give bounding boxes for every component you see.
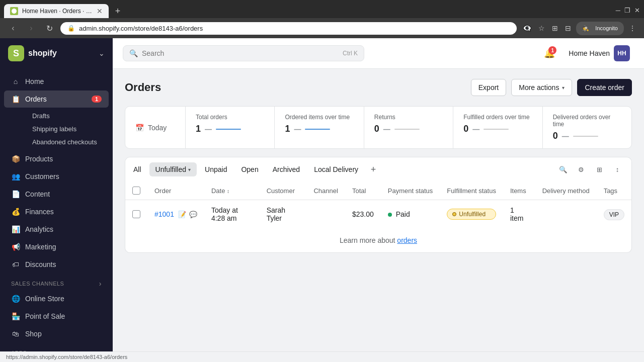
order-date: Today at 4:28 am <box>204 200 260 229</box>
sidebar-item-products[interactable]: 📦 Products <box>4 150 109 167</box>
create-order-button[interactable]: Create order <box>577 79 632 96</box>
sidebar-item-home[interactable]: ⌂ Home <box>4 73 109 90</box>
calendar-icon: 📅 <box>135 124 144 132</box>
address-bar[interactable]: 🔒 admin.shopify.com/store/de8143-a6/orde… <box>60 22 517 35</box>
more-actions-label: More actions <box>519 83 559 92</box>
more-actions-button[interactable]: More actions ▾ <box>511 79 572 96</box>
delivered-orders-value: 0 — <box>553 131 621 141</box>
eye-slash-icon[interactable]: 👁‍🗨 <box>521 22 533 34</box>
filter-tab-all[interactable]: All <box>127 162 147 176</box>
back-button[interactable]: ‹ <box>6 21 20 35</box>
stats-row: 📅 Today Total orders 1 — Ordered items o… <box>125 106 632 149</box>
ordered-items-label: Ordered items over time <box>285 114 353 121</box>
orders-icon: 📋 <box>11 95 20 104</box>
filter-unfulfilled-chevron-icon: ▾ <box>188 167 191 172</box>
filter-options-button[interactable]: ⚙ <box>573 161 589 177</box>
columns-button[interactable]: ⊞ <box>591 161 607 177</box>
search-filter-button[interactable]: 🔍 <box>555 161 571 177</box>
table-header-row: Order Date ↕ Customer Channel Total Paym… <box>125 182 631 200</box>
col-delivery-method: Delivery method <box>535 182 597 200</box>
store-name: Home Haven <box>569 49 610 57</box>
shopify-logo[interactable]: S shopify <box>8 45 57 61</box>
content-icon: 📄 <box>11 190 20 199</box>
close-window-button[interactable]: ✕ <box>634 7 640 14</box>
learn-more-text: Learn more about <box>340 236 397 244</box>
select-all-checkbox[interactable] <box>132 187 140 195</box>
chrome-menu-icon[interactable]: ⋮ <box>627 22 638 34</box>
filter-tab-archived[interactable]: Archived <box>267 162 306 176</box>
total-orders-sparkline <box>216 129 241 130</box>
order-tags: VIP <box>597 200 631 229</box>
sidebar-toggle-button[interactable]: ⌄ <box>99 49 105 57</box>
sidebar-item-finances-label: Finances <box>25 208 54 216</box>
split-view-icon[interactable]: ⊟ <box>563 22 573 34</box>
orders-badge: 1 <box>92 96 102 103</box>
pos-icon: 🏪 <box>11 312 20 321</box>
sidebar-item-shop-label: Shop <box>25 330 42 338</box>
customers-icon: 👥 <box>11 172 20 181</box>
filter-tab-unfulfilled[interactable]: Unfulfilled ▾ <box>149 162 197 176</box>
tag-vip: VIP <box>604 209 624 220</box>
tab-close-button[interactable]: ✕ <box>97 7 103 15</box>
home-icon: ⌂ <box>11 77 20 86</box>
order-number-link[interactable]: #1001 <box>154 210 174 218</box>
url-text: admin.shopify.com/store/de8143-a6/orders <box>79 25 203 32</box>
search-input[interactable] <box>142 49 339 57</box>
sidebar-item-orders[interactable]: 📋 Orders 1 <box>4 90 109 108</box>
table-row[interactable]: #1001 📝 💬 Today at 4:28 am Sarah Tyler <box>125 200 631 229</box>
delivered-orders-label: Delivered orders over time <box>553 114 621 128</box>
returns-value: 0 — <box>374 124 443 134</box>
active-tab[interactable]: Home Haven · Orders · Shopify ✕ <box>4 4 109 18</box>
sidebar-item-finances[interactable]: 💰 Finances <box>4 203 109 220</box>
sidebar-item-customers[interactable]: 👥 Customers <box>4 168 109 185</box>
sidebar-item-shipping-labels[interactable]: Shipping labels <box>25 123 109 135</box>
status-bar: https://admin.shopify.com/store/de8143-a… <box>0 351 644 362</box>
sidebar-item-discounts[interactable]: 🏷 Discounts <box>4 256 109 273</box>
ordered-items-stat: Ordered items over time 1 — <box>275 107 364 148</box>
orders-link[interactable]: orders <box>397 236 417 244</box>
learn-more-section: Learn more about orders <box>125 228 631 252</box>
fulfillment-status-badge: Unfulfilled <box>447 209 496 220</box>
sidebar-item-drafts[interactable]: Drafts <box>25 110 109 122</box>
col-channel: Channel <box>306 182 345 200</box>
sidebar-item-products-label: Products <box>25 155 53 163</box>
apps-section: Apps › <box>0 343 113 351</box>
export-button[interactable]: Export <box>471 79 506 96</box>
sidebar-item-analytics-label: Analytics <box>25 225 53 233</box>
filter-tab-open[interactable]: Open <box>235 162 264 176</box>
col-customer: Customer <box>260 182 307 200</box>
sidebar-item-marketing[interactable]: 📢 Marketing <box>4 238 109 255</box>
filter-tab-unpaid[interactable]: Unpaid <box>199 162 233 176</box>
sidebar-item-online-store[interactable]: 🌐 Online Store <box>4 290 109 307</box>
bookmark-icon[interactable]: ☆ <box>536 22 547 34</box>
reload-button[interactable]: ↻ <box>42 21 56 35</box>
filter-tab-local-delivery[interactable]: Local Delivery <box>308 162 364 176</box>
notification-button[interactable]: 🔔 1 <box>540 44 558 62</box>
sidebar-item-pos[interactable]: 🏪 Point of Sale <box>4 308 109 325</box>
sales-channels-expand-icon[interactable]: › <box>99 280 102 288</box>
browser-actions: 👁‍🗨 ☆ ⊞ ⊟ 🕵 Incognito ⋮ <box>521 22 638 35</box>
sidebar-item-shop[interactable]: 🛍 Shop <box>4 325 109 342</box>
tab-title: Home Haven · Orders · Shopify <box>22 8 93 15</box>
add-filter-button[interactable]: + <box>366 162 380 176</box>
maximize-button[interactable]: ❐ <box>624 7 630 14</box>
user-menu-button[interactable]: Home Haven HH <box>565 43 634 63</box>
avatar: HH <box>614 45 630 61</box>
sidebar-item-content[interactable]: 📄 Content <box>4 186 109 203</box>
order-total: $23.00 <box>345 200 381 229</box>
returns-stat: Returns 0 — <box>364 107 453 148</box>
sidebar-item-analytics[interactable]: 📊 Analytics <box>4 221 109 238</box>
new-tab-button[interactable]: + <box>111 4 125 18</box>
row-checkbox[interactable] <box>132 210 140 218</box>
minimize-button[interactable]: ─ <box>616 7 620 14</box>
sidebar-item-marketing-label: Marketing <box>25 243 56 251</box>
col-date[interactable]: Date ↕ <box>204 182 260 200</box>
today-label: Today <box>148 124 167 132</box>
sidebar-item-abandoned-checkouts[interactable]: Abandoned checkouts <box>25 136 109 148</box>
ordered-items-value: 1 — <box>285 124 353 134</box>
search-bar[interactable]: 🔍 Ctrl K <box>123 45 364 61</box>
delivered-orders-stat: Delivered orders over time 0 — <box>543 107 631 148</box>
forward-button[interactable]: › <box>24 21 38 35</box>
extensions-icon[interactable]: ⊞ <box>550 22 560 34</box>
sort-button[interactable]: ↕ <box>609 161 625 177</box>
